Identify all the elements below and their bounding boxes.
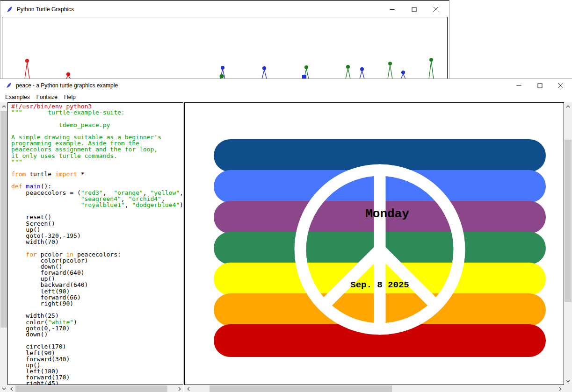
scroll-up-icon[interactable] <box>564 102 572 110</box>
window-peace-demo: peace - a Python turtle graphics example… <box>0 78 572 392</box>
scroll-down-icon[interactable] <box>0 385 7 392</box>
code-line: "royalblue1", "dodgerblue4") <box>11 202 183 208</box>
peace-canvas-svg: MondaySep. 8 2025 <box>185 103 564 385</box>
menubar: Examples Fontsize Help <box>0 92 572 102</box>
scroll-up-icon[interactable] <box>0 102 7 110</box>
close-icon[interactable] <box>552 79 569 92</box>
peace-drawing-canvas: MondaySep. 8 2025 <box>184 102 564 385</box>
tk-feather-icon <box>6 82 12 89</box>
canvas-vertical-scrollbar[interactable] <box>564 102 572 385</box>
turtle-graphics-canvas <box>2 17 448 79</box>
svg-text:Sep. 8 2025: Sep. 8 2025 <box>350 280 409 290</box>
scrollbar-thumb[interactable] <box>15 385 167 392</box>
scroll-down-icon[interactable] <box>564 377 572 385</box>
code-line: down() <box>11 331 183 337</box>
scroll-right-icon[interactable] <box>556 385 564 392</box>
window-controls <box>384 2 444 17</box>
code-horizontal-scrollbar[interactable] <box>7 385 183 392</box>
menu-help[interactable]: Help <box>64 93 76 101</box>
svg-text:Monday: Monday <box>365 207 409 221</box>
canvas-horizontal-scrollbar[interactable] <box>184 385 564 392</box>
code-line: tdemo_peace.py <box>11 122 183 128</box>
scrollbar-corner <box>564 385 572 392</box>
scrollbar-thumb[interactable] <box>565 140 572 302</box>
scrollbar-thumb[interactable] <box>0 111 7 328</box>
minimize-icon[interactable] <box>384 2 400 17</box>
titlebar-turtle-graphics[interactable]: Python Turtle Graphics <box>0 2 449 17</box>
window-controls <box>510 79 569 92</box>
close-icon[interactable] <box>427 2 444 17</box>
code-line: width(70) <box>11 239 183 245</box>
code-vertical-scrollbar[interactable] <box>0 102 7 392</box>
code-line: it only uses turtle commands. <box>11 153 183 159</box>
scroll-left-icon[interactable] <box>7 385 15 392</box>
titlebar-peace[interactable]: peace - a Python turtle graphics example <box>0 79 572 92</box>
window-title: peace - a Python turtle graphics example <box>16 82 118 89</box>
source-code-pane[interactable]: #!/usr/bin/env python3""" turtle-example… <box>7 102 183 385</box>
scroll-left-icon[interactable] <box>184 385 192 392</box>
screen: Python Turtle Graphics <box>0 0 572 392</box>
tk-feather-icon <box>6 6 13 13</box>
maximize-icon[interactable] <box>531 79 548 92</box>
scrollbar-thumb[interactable] <box>210 385 392 392</box>
code-line: from turtle import * <box>11 171 183 177</box>
code-text: #!/usr/bin/env python3""" turtle-example… <box>8 103 183 385</box>
window-python-turtle-graphics: Python Turtle Graphics <box>0 0 449 78</box>
code-line: """ <box>11 159 183 165</box>
scroll-right-icon[interactable] <box>175 385 183 392</box>
minimize-icon[interactable] <box>510 79 527 92</box>
maximize-icon[interactable] <box>405 2 422 17</box>
code-line: right(45) <box>11 380 183 385</box>
window-title: Python Turtle Graphics <box>17 6 74 13</box>
pins-svg <box>2 17 447 79</box>
code-line: right(90) <box>11 300 183 306</box>
menu-examples[interactable]: Examples <box>5 93 30 101</box>
menu-fontsize[interactable]: Fontsize <box>36 93 58 101</box>
code-line: """ turtle-example-suite: <box>11 109 183 115</box>
